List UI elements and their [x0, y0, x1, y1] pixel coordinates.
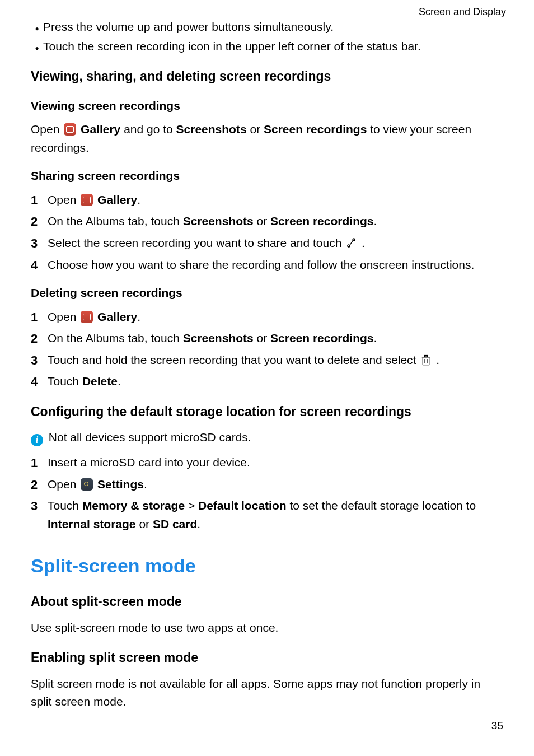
text: >: [185, 499, 198, 512]
list-item: Open Gallery.: [31, 308, 503, 326]
gallery-icon: [81, 194, 93, 206]
list-item: On the Albums tab, touch Screenshots or …: [31, 329, 503, 348]
text: .: [362, 236, 365, 249]
heading-about-split: About split-screen mode: [31, 592, 503, 612]
svg-point-5: [353, 239, 355, 241]
text: Select the screen recording you want to …: [48, 236, 345, 249]
settings-label: Settings: [97, 478, 144, 491]
heading-configuring-storage: Configuring the default storage location…: [31, 402, 503, 422]
gallery-label: Gallery: [97, 193, 137, 206]
text: .: [197, 517, 200, 530]
text: .: [436, 353, 439, 366]
enable-split-body: Split screen mode is not available for a…: [31, 675, 503, 711]
memory-storage-label: Memory & storage: [82, 499, 185, 512]
text: or: [136, 517, 153, 530]
heading-viewing: Viewing screen recordings: [31, 97, 503, 115]
text: or: [254, 214, 270, 227]
screen-recordings-label: Screen recordings: [270, 214, 373, 227]
gallery-label: Gallery: [81, 123, 120, 136]
share-icon: [346, 237, 357, 249]
text: Open: [48, 478, 79, 491]
list-item: Touch the screen recording icon in the u…: [41, 38, 503, 56]
text: .: [137, 310, 140, 323]
heading-viewing-sharing-deleting: Viewing, sharing, and deleting screen re…: [31, 67, 503, 87]
text: .: [144, 478, 147, 491]
text: On the Albums tab, touch: [48, 332, 183, 344]
list-item: Open Settings.: [31, 475, 503, 494]
text: or: [250, 123, 264, 136]
note-text: Not all devices support microSD cards.: [49, 431, 251, 444]
text: .: [118, 375, 121, 388]
heading-enable-split: Enabling split screen mode: [31, 648, 503, 668]
heading-sharing: Sharing screen recordings: [31, 167, 503, 185]
text: .: [373, 332, 377, 344]
heading-deleting: Deleting screen recordings: [31, 284, 503, 302]
sd-card-label: SD card: [153, 517, 197, 530]
gallery-icon: [64, 123, 76, 136]
sharing-steps: Open Gallery. On the Albums tab, touch S…: [31, 191, 503, 274]
list-item: Choose how you want to share the recordi…: [31, 256, 503, 274]
default-location-label: Default location: [198, 499, 287, 512]
gallery-icon: [81, 311, 93, 323]
page-container: Screen and Display Press the volume up a…: [0, 0, 534, 756]
settings-icon: [81, 478, 93, 491]
deleting-steps: Open Gallery. On the Albums tab, touch S…: [31, 308, 503, 391]
text: Touch: [48, 375, 82, 388]
list-item: On the Albums tab, touch Screenshots or …: [31, 212, 503, 231]
about-split-body: Use split-screen mode to use two apps at…: [31, 619, 503, 637]
viewing-paragraph: Open Gallery and go to Screenshots or Sc…: [31, 120, 503, 157]
screen-recordings-label: Screen recordings: [270, 332, 373, 344]
svg-line-6: [350, 240, 353, 245]
screenshots-label: Screenshots: [183, 332, 254, 344]
info-icon: i: [31, 434, 43, 446]
list-item: Open Gallery.: [31, 191, 503, 209]
config-steps: Insert a microSD card into your device. …: [31, 454, 503, 533]
text: to set the default storage location to: [287, 499, 476, 512]
list-item: Insert a microSD card into your device.: [31, 454, 503, 472]
text: Touch: [48, 499, 82, 512]
header-section-label: Screen and Display: [419, 4, 506, 20]
text: .: [137, 193, 140, 206]
screenshots-label: Screenshots: [183, 214, 254, 227]
svg-rect-12: [425, 355, 428, 356]
internal-storage-label: Internal storage: [48, 517, 136, 530]
trash-icon: [420, 354, 432, 367]
text: Open: [31, 123, 63, 136]
list-item: Touch Memory & storage > Default locatio…: [31, 497, 503, 533]
list-item: Select the screen recording you want to …: [31, 234, 503, 253]
list-item: Touch and hold the screen recording that…: [31, 351, 503, 370]
delete-label: Delete: [82, 375, 118, 388]
text: or: [254, 332, 270, 344]
list-item: Touch Delete.: [31, 372, 503, 391]
intro-bullet-list: Press the volume up and power buttons si…: [31, 18, 503, 55]
svg-rect-8: [423, 357, 430, 365]
gallery-label: Gallery: [97, 310, 137, 323]
text: On the Albums tab, touch: [48, 214, 183, 227]
info-note: i Not all devices support microSD cards.: [31, 428, 503, 447]
text: and go to: [124, 123, 176, 136]
page-number: 35: [491, 717, 503, 734]
screen-recordings-label: Screen recordings: [264, 123, 367, 136]
text: .: [373, 214, 377, 227]
text: Open: [48, 193, 79, 206]
list-item: Press the volume up and power buttons si…: [41, 18, 503, 36]
text: Open: [48, 310, 79, 323]
section-title-split-screen: Split-screen mode: [31, 551, 503, 581]
text: Touch and hold the screen recording that…: [48, 353, 419, 366]
screenshots-label: Screenshots: [176, 123, 247, 136]
svg-point-7: [348, 245, 350, 247]
